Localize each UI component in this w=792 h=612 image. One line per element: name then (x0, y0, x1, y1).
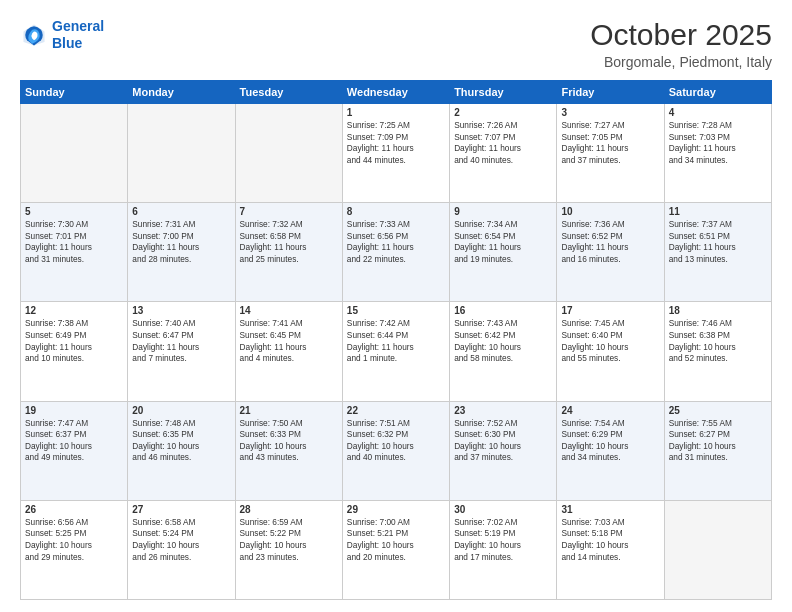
day-number: 10 (561, 206, 659, 217)
calendar-cell: 25Sunrise: 7:55 AM Sunset: 6:27 PM Dayli… (664, 401, 771, 500)
day-number: 30 (454, 504, 552, 515)
day-number: 26 (25, 504, 123, 515)
location: Borgomale, Piedmont, Italy (590, 54, 772, 70)
calendar-header-thursday: Thursday (450, 81, 557, 104)
calendar-cell: 19Sunrise: 7:47 AM Sunset: 6:37 PM Dayli… (21, 401, 128, 500)
day-number: 17 (561, 305, 659, 316)
calendar-cell: 27Sunrise: 6:58 AM Sunset: 5:24 PM Dayli… (128, 500, 235, 599)
day-info: Sunrise: 7:43 AM Sunset: 6:42 PM Dayligh… (454, 318, 552, 364)
calendar-header-sunday: Sunday (21, 81, 128, 104)
calendar-cell: 17Sunrise: 7:45 AM Sunset: 6:40 PM Dayli… (557, 302, 664, 401)
day-number: 7 (240, 206, 338, 217)
calendar-header-row: SundayMondayTuesdayWednesdayThursdayFrid… (21, 81, 772, 104)
logo-text: General Blue (52, 18, 104, 52)
day-info: Sunrise: 7:38 AM Sunset: 6:49 PM Dayligh… (25, 318, 123, 364)
calendar-cell: 26Sunrise: 6:56 AM Sunset: 5:25 PM Dayli… (21, 500, 128, 599)
day-info: Sunrise: 7:25 AM Sunset: 7:09 PM Dayligh… (347, 120, 445, 166)
day-number: 13 (132, 305, 230, 316)
calendar-cell: 8Sunrise: 7:33 AM Sunset: 6:56 PM Daylig… (342, 203, 449, 302)
calendar-cell (21, 104, 128, 203)
day-number: 19 (25, 405, 123, 416)
logo-line2: Blue (52, 35, 82, 51)
day-number: 18 (669, 305, 767, 316)
calendar-cell: 22Sunrise: 7:51 AM Sunset: 6:32 PM Dayli… (342, 401, 449, 500)
calendar-cell: 15Sunrise: 7:42 AM Sunset: 6:44 PM Dayli… (342, 302, 449, 401)
day-info: Sunrise: 7:31 AM Sunset: 7:00 PM Dayligh… (132, 219, 230, 265)
day-info: Sunrise: 7:26 AM Sunset: 7:07 PM Dayligh… (454, 120, 552, 166)
page: General Blue October 2025 Borgomale, Pie… (0, 0, 792, 612)
day-info: Sunrise: 7:37 AM Sunset: 6:51 PM Dayligh… (669, 219, 767, 265)
calendar-cell: 5Sunrise: 7:30 AM Sunset: 7:01 PM Daylig… (21, 203, 128, 302)
day-number: 14 (240, 305, 338, 316)
day-number: 29 (347, 504, 445, 515)
calendar-cell: 13Sunrise: 7:40 AM Sunset: 6:47 PM Dayli… (128, 302, 235, 401)
calendar-cell: 12Sunrise: 7:38 AM Sunset: 6:49 PM Dayli… (21, 302, 128, 401)
header: General Blue October 2025 Borgomale, Pie… (20, 18, 772, 70)
day-info: Sunrise: 7:47 AM Sunset: 6:37 PM Dayligh… (25, 418, 123, 464)
calendar-cell: 31Sunrise: 7:03 AM Sunset: 5:18 PM Dayli… (557, 500, 664, 599)
day-number: 20 (132, 405, 230, 416)
day-info: Sunrise: 6:56 AM Sunset: 5:25 PM Dayligh… (25, 517, 123, 563)
calendar-header-wednesday: Wednesday (342, 81, 449, 104)
day-number: 1 (347, 107, 445, 118)
day-number: 16 (454, 305, 552, 316)
day-info: Sunrise: 7:41 AM Sunset: 6:45 PM Dayligh… (240, 318, 338, 364)
calendar-cell: 20Sunrise: 7:48 AM Sunset: 6:35 PM Dayli… (128, 401, 235, 500)
day-info: Sunrise: 7:51 AM Sunset: 6:32 PM Dayligh… (347, 418, 445, 464)
calendar-week-row: 12Sunrise: 7:38 AM Sunset: 6:49 PM Dayli… (21, 302, 772, 401)
day-info: Sunrise: 7:48 AM Sunset: 6:35 PM Dayligh… (132, 418, 230, 464)
calendar-cell: 21Sunrise: 7:50 AM Sunset: 6:33 PM Dayli… (235, 401, 342, 500)
day-number: 3 (561, 107, 659, 118)
calendar-header-friday: Friday (557, 81, 664, 104)
calendar-header-tuesday: Tuesday (235, 81, 342, 104)
day-info: Sunrise: 7:50 AM Sunset: 6:33 PM Dayligh… (240, 418, 338, 464)
day-info: Sunrise: 7:28 AM Sunset: 7:03 PM Dayligh… (669, 120, 767, 166)
calendar-cell: 30Sunrise: 7:02 AM Sunset: 5:19 PM Dayli… (450, 500, 557, 599)
day-number: 2 (454, 107, 552, 118)
calendar-cell: 1Sunrise: 7:25 AM Sunset: 7:09 PM Daylig… (342, 104, 449, 203)
day-number: 28 (240, 504, 338, 515)
day-info: Sunrise: 7:55 AM Sunset: 6:27 PM Dayligh… (669, 418, 767, 464)
day-info: Sunrise: 7:46 AM Sunset: 6:38 PM Dayligh… (669, 318, 767, 364)
day-number: 24 (561, 405, 659, 416)
day-info: Sunrise: 7:02 AM Sunset: 5:19 PM Dayligh… (454, 517, 552, 563)
day-info: Sunrise: 7:33 AM Sunset: 6:56 PM Dayligh… (347, 219, 445, 265)
calendar-cell: 9Sunrise: 7:34 AM Sunset: 6:54 PM Daylig… (450, 203, 557, 302)
calendar-cell: 23Sunrise: 7:52 AM Sunset: 6:30 PM Dayli… (450, 401, 557, 500)
calendar-table: SundayMondayTuesdayWednesdayThursdayFrid… (20, 80, 772, 600)
calendar-cell: 7Sunrise: 7:32 AM Sunset: 6:58 PM Daylig… (235, 203, 342, 302)
day-info: Sunrise: 7:52 AM Sunset: 6:30 PM Dayligh… (454, 418, 552, 464)
day-number: 5 (25, 206, 123, 217)
calendar-cell: 18Sunrise: 7:46 AM Sunset: 6:38 PM Dayli… (664, 302, 771, 401)
calendar-cell (664, 500, 771, 599)
calendar-cell: 24Sunrise: 7:54 AM Sunset: 6:29 PM Dayli… (557, 401, 664, 500)
logo-line1: General (52, 18, 104, 34)
calendar-week-row: 5Sunrise: 7:30 AM Sunset: 7:01 PM Daylig… (21, 203, 772, 302)
day-info: Sunrise: 7:54 AM Sunset: 6:29 PM Dayligh… (561, 418, 659, 464)
day-number: 31 (561, 504, 659, 515)
day-info: Sunrise: 7:40 AM Sunset: 6:47 PM Dayligh… (132, 318, 230, 364)
day-info: Sunrise: 7:42 AM Sunset: 6:44 PM Dayligh… (347, 318, 445, 364)
day-number: 8 (347, 206, 445, 217)
calendar-cell: 10Sunrise: 7:36 AM Sunset: 6:52 PM Dayli… (557, 203, 664, 302)
calendar-cell: 2Sunrise: 7:26 AM Sunset: 7:07 PM Daylig… (450, 104, 557, 203)
day-number: 22 (347, 405, 445, 416)
day-number: 4 (669, 107, 767, 118)
calendar-week-row: 19Sunrise: 7:47 AM Sunset: 6:37 PM Dayli… (21, 401, 772, 500)
calendar-week-row: 1Sunrise: 7:25 AM Sunset: 7:09 PM Daylig… (21, 104, 772, 203)
day-number: 27 (132, 504, 230, 515)
calendar-cell: 3Sunrise: 7:27 AM Sunset: 7:05 PM Daylig… (557, 104, 664, 203)
day-number: 9 (454, 206, 552, 217)
calendar-header-monday: Monday (128, 81, 235, 104)
day-info: Sunrise: 7:32 AM Sunset: 6:58 PM Dayligh… (240, 219, 338, 265)
calendar-cell: 16Sunrise: 7:43 AM Sunset: 6:42 PM Dayli… (450, 302, 557, 401)
calendar-cell (128, 104, 235, 203)
day-number: 12 (25, 305, 123, 316)
day-info: Sunrise: 7:45 AM Sunset: 6:40 PM Dayligh… (561, 318, 659, 364)
day-info: Sunrise: 7:00 AM Sunset: 5:21 PM Dayligh… (347, 517, 445, 563)
day-info: Sunrise: 7:27 AM Sunset: 7:05 PM Dayligh… (561, 120, 659, 166)
day-info: Sunrise: 6:58 AM Sunset: 5:24 PM Dayligh… (132, 517, 230, 563)
calendar-cell: 29Sunrise: 7:00 AM Sunset: 5:21 PM Dayli… (342, 500, 449, 599)
month-title: October 2025 (590, 18, 772, 52)
day-number: 11 (669, 206, 767, 217)
